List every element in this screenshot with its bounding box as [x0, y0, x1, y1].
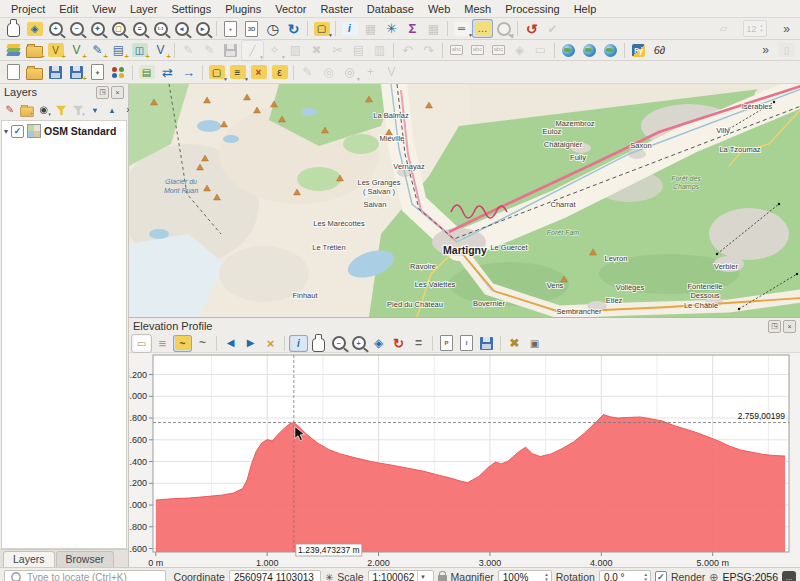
import-style-icon[interactable]: ⇄: [157, 63, 178, 82]
menu-item-processing[interactable]: Processing: [498, 2, 566, 16]
zoom-out-profile-icon[interactable]: −: [329, 335, 348, 352]
layers-panel-close-icon[interactable]: ×: [111, 86, 124, 99]
undo-icon[interactable]: ↶: [397, 41, 418, 60]
pan-to-selection-icon[interactable]: ◈: [24, 19, 45, 38]
expand-all-icon[interactable]: ▼: [88, 103, 102, 117]
zoom-in-profile-icon[interactable]: +: [349, 335, 368, 352]
menu-item-edit[interactable]: Edit: [52, 2, 85, 16]
menu-item-help[interactable]: Help: [567, 2, 604, 16]
menu-item-mesh[interactable]: Mesh: [457, 2, 498, 16]
layout-manager-icon[interactable]: ▤: [136, 63, 157, 82]
toolbar-overflow-icon[interactable]: »: [776, 19, 797, 38]
layer-item-osm-standard[interactable]: ▾ ✓ OSM Standard: [2, 123, 126, 139]
save-project-as-icon[interactable]: +: [66, 63, 87, 82]
reading-glasses-icon[interactable]: 6∂: [649, 41, 670, 60]
collapse-all-icon[interactable]: ▲: [105, 103, 119, 117]
subsections-icon[interactable]: ▭: [131, 334, 152, 353]
elevation-panel-dock-icon[interactable]: ◳: [768, 320, 781, 333]
crs-button[interactable]: EPSG:2056: [723, 571, 778, 581]
nudge-left-icon[interactable]: ◀: [221, 335, 240, 352]
new-geopackage-icon[interactable]: +: [24, 41, 45, 60]
rotation-spin[interactable]: 0,0 °▲▼: [599, 570, 651, 581]
new-3d-map-view-icon[interactable]: 3D: [241, 19, 262, 38]
field-calculator-icon[interactable]: ▦: [423, 19, 444, 38]
digitize-icon[interactable]: ╱▼: [241, 40, 264, 61]
new-gpx-layer-icon[interactable]: V+: [150, 41, 171, 60]
new-mesh-layer-icon[interactable]: ◫+: [129, 41, 150, 60]
menu-item-project[interactable]: Project: [4, 2, 52, 16]
zoom-in-icon[interactable]: +: [45, 19, 66, 38]
menu-item-database[interactable]: Database: [360, 2, 421, 16]
open-attribute-table-icon[interactable]: ▦: [360, 19, 381, 38]
delete-selected-icon[interactable]: ✖: [306, 41, 327, 60]
magnifier-spin[interactable]: 100%▲▼: [498, 570, 552, 581]
zoom-full-profile-icon[interactable]: ◈: [369, 335, 388, 352]
new-shapefile-icon[interactable]: V+: [45, 41, 66, 60]
select-rectangle-icon[interactable]: ▢▼: [206, 63, 227, 82]
menu-item-layer[interactable]: Layer: [123, 2, 165, 16]
clear-profile-icon[interactable]: ×: [261, 335, 280, 352]
current-edits-icon[interactable]: ✎: [178, 41, 199, 60]
zoom-out-icon[interactable]: −: [66, 19, 87, 38]
layer-tree[interactable]: ▾ ✓ OSM Standard: [1, 120, 127, 549]
save-edits-icon[interactable]: [220, 41, 241, 60]
extents-icon[interactable]: ✳: [325, 572, 333, 581]
cut-features-icon[interactable]: ✂: [327, 41, 348, 60]
highlight-labels-icon[interactable]: abc: [488, 41, 509, 60]
select-by-value-icon[interactable]: ≡▼: [227, 63, 248, 82]
processing-toolbox-icon[interactable]: ✳: [381, 19, 402, 38]
menu-item-web[interactable]: Web: [421, 2, 457, 16]
annotation-icon[interactable]: ✎: [297, 63, 318, 82]
modify-attributes-icon[interactable]: ▨: [285, 41, 306, 60]
new-map-view-icon[interactable]: +: [220, 19, 241, 38]
deselect-all-icon[interactable]: ×: [248, 63, 269, 82]
layers-panel-dock-icon[interactable]: ◳: [96, 86, 109, 99]
export-pdf-icon[interactable]: P: [437, 335, 456, 352]
coordinate-input[interactable]: 2560974 1103013: [229, 570, 321, 581]
geocoding-icon[interactable]: [579, 41, 600, 60]
new-spatialite-layer-icon[interactable]: ▤+: [108, 41, 129, 60]
identify-features-icon[interactable]: i: [339, 19, 360, 38]
add-bookmark-icon[interactable]: +: [360, 63, 381, 82]
reset-view-icon[interactable]: ↻: [389, 335, 408, 352]
new-project-icon[interactable]: [3, 63, 24, 82]
data-source-manager-icon[interactable]: [3, 41, 24, 60]
statistics-icon[interactable]: Σ: [402, 19, 423, 38]
temporal-controller-icon[interactable]: ◷: [262, 19, 283, 38]
revert-edits-icon[interactable]: ↺: [521, 19, 542, 38]
check-geometries-icon[interactable]: ✔: [542, 19, 563, 38]
lock-icon[interactable]: [438, 575, 447, 581]
manage-map-themes-icon[interactable]: ◉▼: [37, 103, 51, 117]
vertex-editor-panel-icon[interactable]: V: [381, 63, 402, 82]
add-group-icon[interactable]: +: [20, 103, 34, 117]
menu-item-raster[interactable]: Raster: [313, 2, 359, 16]
measure-line-icon[interactable]: ═▼: [451, 19, 472, 38]
pan-profile-icon[interactable]: [309, 335, 328, 352]
open-project-icon[interactable]: [24, 63, 45, 82]
show-layer-tree-icon[interactable]: ≡: [153, 335, 172, 352]
export-image-icon[interactable]: I: [457, 335, 476, 352]
dock-elevation-icon[interactable]: ▣: [525, 335, 544, 352]
capture-curve-icon[interactable]: ~: [173, 335, 192, 352]
lock-scales-icon[interactable]: =: [409, 335, 428, 352]
zoom-native-icon[interactable]: 1:1: [150, 19, 171, 38]
render-checkbox[interactable]: ✓: [655, 571, 667, 581]
paste-features-icon[interactable]: ▥: [369, 41, 390, 60]
cad-dock-icon[interactable]: ▱: [713, 19, 734, 38]
menu-item-plugins[interactable]: Plugins: [218, 2, 268, 16]
copy-features-icon[interactable]: ▤: [348, 41, 369, 60]
zoom-full-icon[interactable]: ✦: [87, 19, 108, 38]
open-layer-styling-icon[interactable]: ✎: [3, 103, 17, 117]
new-temporary-layer-icon[interactable]: ✎+: [87, 41, 108, 60]
change-label-icon[interactable]: ▭: [530, 41, 551, 60]
elevation-panel-close-icon[interactable]: ×: [783, 320, 796, 333]
export-style-icon[interactable]: →: [178, 63, 199, 82]
menu-item-view[interactable]: View: [85, 2, 123, 16]
profile-options-icon[interactable]: ✚: [505, 335, 524, 352]
nudge-right-icon[interactable]: ▶: [241, 335, 260, 352]
expand-caret-icon[interactable]: ▾: [4, 127, 8, 136]
style-manager-icon[interactable]: [108, 63, 129, 82]
filter-expression-icon[interactable]: ▼: [71, 103, 85, 117]
tab-browser[interactable]: Browser: [56, 551, 115, 567]
cad-size-spin[interactable]: 12▲▼: [734, 19, 776, 38]
